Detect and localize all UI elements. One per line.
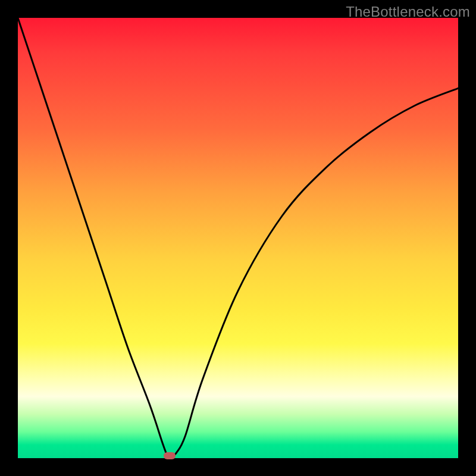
bottleneck-curve-path: [18, 18, 458, 456]
optimum-marker: [164, 452, 176, 459]
chart-frame: TheBottleneck.com: [0, 0, 476, 476]
curve-svg: [18, 18, 458, 458]
plot-area: [18, 18, 458, 458]
